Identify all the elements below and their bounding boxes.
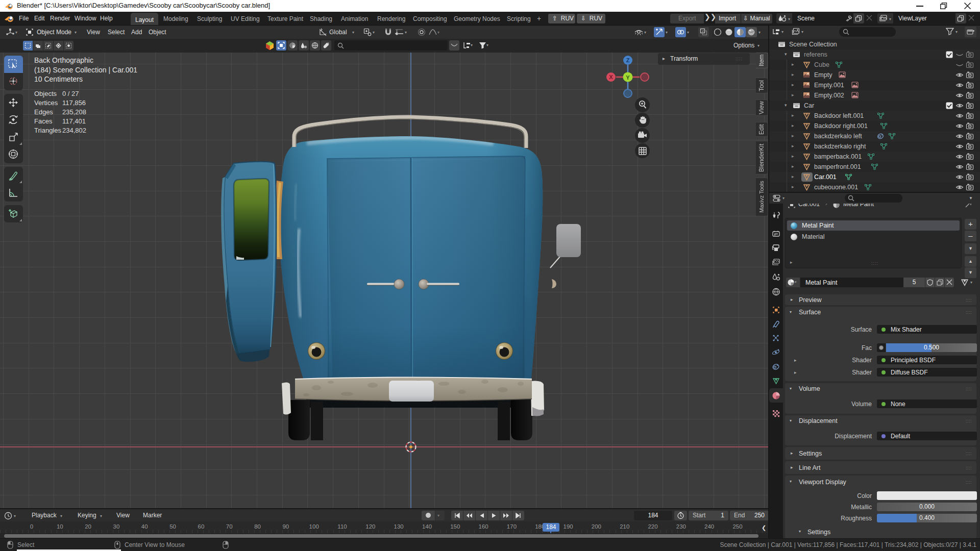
svg-text:X: X <box>609 74 613 80</box>
svg-text:Z: Z <box>626 57 630 63</box>
svg-text:Y: Y <box>626 74 630 81</box>
